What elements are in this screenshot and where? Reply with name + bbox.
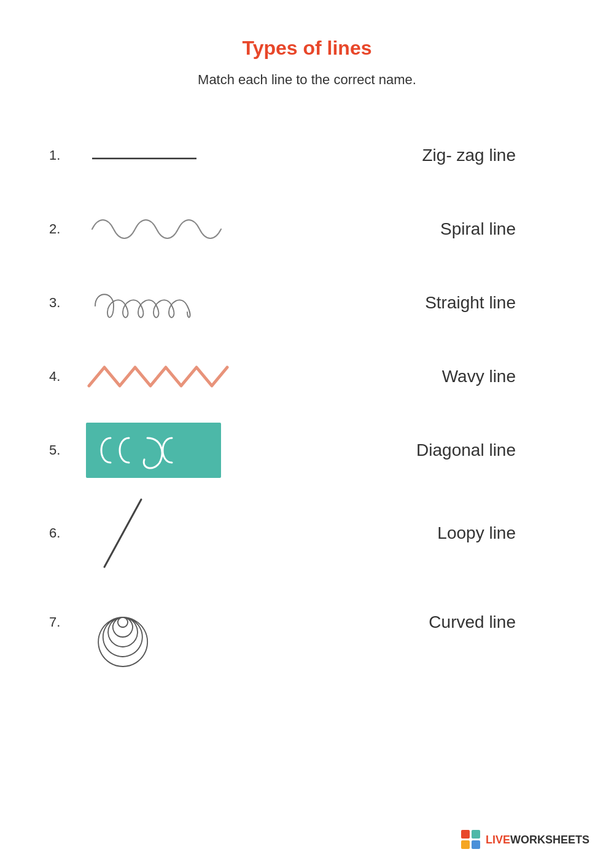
item-label-7: Curved line bbox=[276, 612, 565, 632]
item-number-1: 1. bbox=[49, 147, 80, 163]
visual-4 bbox=[80, 358, 276, 395]
items-container: 1. Zig- zag line 2. Spiral line 3. bbox=[49, 119, 565, 665]
curved-teal-icon bbox=[98, 429, 209, 472]
item-number-2: 2. bbox=[49, 221, 80, 237]
liveworksheets-logo: LIVEWORKSHEETS bbox=[461, 830, 589, 850]
page: Types of lines Match each line to the co… bbox=[0, 0, 614, 868]
list-item: 4. Wavy line bbox=[49, 340, 565, 413]
item-label-4: Wavy line bbox=[276, 367, 565, 386]
teal-box bbox=[86, 423, 221, 478]
list-item: 7. Curved line bbox=[49, 579, 565, 665]
diagonal-line-icon bbox=[86, 493, 160, 573]
loopy-line-icon bbox=[86, 281, 246, 324]
item-number-3: 3. bbox=[49, 295, 80, 311]
item-label-2: Spiral line bbox=[276, 219, 565, 239]
logo-cell-orange bbox=[461, 840, 470, 849]
item-number-7: 7. bbox=[49, 614, 80, 630]
svg-line-1 bbox=[104, 499, 141, 567]
straight-line-icon bbox=[86, 143, 209, 168]
wavy-line-icon bbox=[86, 211, 227, 248]
item-number-5: 5. bbox=[49, 442, 80, 458]
page-subtitle: Match each line to the correct name. bbox=[49, 72, 565, 88]
logo-grid-icon bbox=[461, 830, 481, 850]
visual-6 bbox=[80, 493, 276, 573]
spiral-line-icon bbox=[86, 585, 160, 659]
list-item: 3. Straight line bbox=[49, 266, 565, 340]
list-item: 1. Zig- zag line bbox=[49, 119, 565, 192]
visual-2 bbox=[80, 211, 276, 248]
item-label-5: Diagonal line bbox=[276, 440, 565, 460]
item-label-1: Zig- zag line bbox=[276, 146, 565, 165]
visual-3 bbox=[80, 281, 276, 324]
item-number-4: 4. bbox=[49, 369, 80, 385]
page-title: Types of lines bbox=[49, 37, 565, 60]
logo-live: LIVE bbox=[486, 834, 510, 846]
logo-worksheets: WORKSHEETS bbox=[510, 834, 589, 846]
item-number-6: 6. bbox=[49, 525, 80, 541]
visual-7 bbox=[80, 585, 276, 659]
item-label-3: Straight line bbox=[276, 293, 565, 313]
list-item: 2. Spiral line bbox=[49, 192, 565, 266]
list-item: 6. Loopy line bbox=[49, 487, 565, 579]
item-label-6: Loopy line bbox=[276, 523, 565, 543]
visual-5 bbox=[80, 423, 276, 478]
list-item: 5. Diagonal line bbox=[49, 413, 565, 487]
logo-cell-red bbox=[461, 830, 470, 839]
logo-text: LIVEWORKSHEETS bbox=[486, 834, 589, 846]
zigzag-line-icon bbox=[86, 358, 239, 395]
visual-1 bbox=[80, 143, 276, 168]
logo-cell-blue bbox=[472, 840, 480, 849]
logo-cell-teal bbox=[472, 830, 480, 839]
